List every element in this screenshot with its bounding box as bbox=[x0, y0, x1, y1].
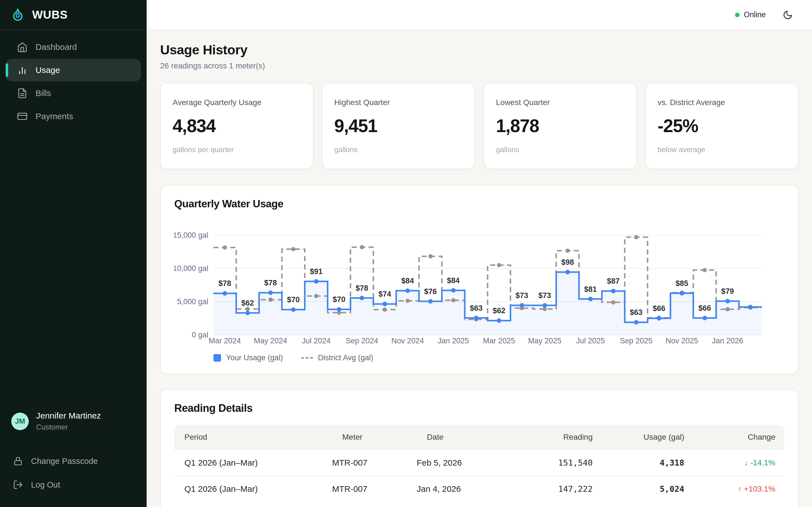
stat-card: Highest Quarter9,451gallons bbox=[322, 83, 475, 169]
table-row: Q1 2026 (Jan–Mar)MTR-007Feb 5, 2026151,5… bbox=[174, 449, 784, 475]
svg-text:May 2025: May 2025 bbox=[528, 337, 561, 345]
column-header-meter: Meter bbox=[332, 433, 417, 442]
cell-usage: 4,318 bbox=[593, 458, 684, 467]
gray-dash-icon bbox=[301, 357, 313, 358]
svg-text:$84: $84 bbox=[447, 276, 460, 285]
sidebar-item-label: Payments bbox=[36, 112, 73, 121]
svg-text:$66: $66 bbox=[698, 304, 711, 313]
stat-card: Lowest Quarter1,878gallons bbox=[484, 83, 637, 169]
dark-mode-toggle[interactable] bbox=[782, 9, 794, 20]
stat-unit: below average bbox=[658, 145, 786, 154]
lock-icon bbox=[13, 456, 23, 466]
svg-text:Nov 2025: Nov 2025 bbox=[666, 337, 698, 345]
topbar: Online bbox=[147, 0, 812, 30]
column-header-period: Period bbox=[174, 433, 332, 442]
action-label: Change Passcode bbox=[31, 457, 98, 466]
svg-text:Jan 2025: Jan 2025 bbox=[438, 337, 469, 345]
droplet-logo-icon bbox=[11, 7, 25, 22]
legend-your-usage: Your Usage (gal) bbox=[213, 353, 283, 362]
svg-text:$79: $79 bbox=[721, 287, 734, 295]
svg-text:$66: $66 bbox=[653, 304, 665, 313]
svg-text:$76: $76 bbox=[424, 287, 437, 296]
stat-unit: gallons bbox=[496, 145, 624, 154]
status-label: Online bbox=[744, 10, 766, 19]
file-text-icon bbox=[17, 88, 28, 99]
svg-text:$62: $62 bbox=[241, 299, 254, 307]
avatar: JM bbox=[11, 413, 29, 430]
svg-text:Jan 2026: Jan 2026 bbox=[712, 337, 743, 345]
svg-text:$91: $91 bbox=[310, 267, 322, 276]
sidebar-bottom: JM Jennifer Martinez Customer Change Pas… bbox=[0, 400, 147, 507]
cell-date: Feb 5, 2026 bbox=[417, 458, 521, 467]
sidebar-item-dashboard[interactable]: Dashboard bbox=[6, 36, 141, 58]
svg-text:Mar 2024: Mar 2024 bbox=[209, 337, 241, 345]
sidebar: WUBS DashboardUsageBillsPayments JM Jenn… bbox=[0, 0, 147, 507]
page-title: Usage History bbox=[160, 42, 799, 57]
home-icon bbox=[17, 42, 28, 52]
usage-chart-svg: 15,000 gal10,000 gal5,000 gal0 galMar 20… bbox=[174, 216, 784, 348]
svg-text:5,000 gal: 5,000 gal bbox=[177, 297, 208, 306]
cell-meter: MTR-007 bbox=[332, 458, 417, 467]
log-out-icon bbox=[13, 480, 23, 490]
svg-text:$85: $85 bbox=[675, 279, 688, 288]
cell-period: Q1 2026 (Jan–Mar) bbox=[174, 458, 332, 467]
column-header-usage-gal-: Usage (gal) bbox=[593, 433, 684, 442]
svg-text:$78: $78 bbox=[356, 284, 368, 292]
column-header-reading: Reading bbox=[521, 433, 593, 442]
table-header-row: PeriodMeterDateReadingUsage (gal)Change bbox=[174, 425, 784, 449]
svg-text:$63: $63 bbox=[470, 304, 483, 313]
readings-table: PeriodMeterDateReadingUsage (gal)Change … bbox=[174, 425, 784, 502]
stat-unit: gallons bbox=[335, 145, 463, 154]
stats-row: Average Quarterly Usage4,834gallons per … bbox=[160, 83, 799, 169]
bar-chart-icon bbox=[17, 65, 28, 75]
stat-value: 9,451 bbox=[335, 115, 463, 136]
blue-square-icon bbox=[213, 354, 221, 362]
chart-title: Quarterly Water Usage bbox=[174, 198, 784, 210]
reading-details-title: Reading Details bbox=[174, 402, 784, 414]
svg-text:15,000 gal: 15,000 gal bbox=[174, 231, 208, 239]
stat-value: 1,878 bbox=[496, 115, 624, 136]
sidebar-actions: Change PasscodeLog Out bbox=[11, 451, 135, 495]
log-out-button[interactable]: Log Out bbox=[11, 475, 135, 495]
legend-district-avg-label: District Avg (gal) bbox=[318, 353, 373, 362]
droplet-icon bbox=[11, 7, 25, 21]
svg-text:$84: $84 bbox=[401, 277, 414, 285]
stat-label: vs. District Average bbox=[658, 98, 786, 107]
stat-card: Average Quarterly Usage4,834gallons per … bbox=[160, 83, 313, 169]
reading-details-card: Reading Details PeriodMeterDateReadingUs… bbox=[160, 389, 799, 507]
stat-unit: gallons per quarter bbox=[172, 145, 301, 154]
svg-text:$98: $98 bbox=[561, 258, 574, 267]
svg-text:Mar 2025: Mar 2025 bbox=[483, 337, 515, 345]
cell-usage: 5,024 bbox=[593, 484, 684, 494]
sidebar-item-label: Bills bbox=[36, 89, 51, 98]
sidebar-item-label: Dashboard bbox=[36, 42, 77, 52]
cell-date: Jan 4, 2026 bbox=[417, 484, 521, 494]
brand-name: WUBS bbox=[32, 8, 68, 21]
svg-text:Nov 2024: Nov 2024 bbox=[391, 337, 424, 345]
svg-text:Sep 2025: Sep 2025 bbox=[620, 337, 652, 345]
svg-text:Jul 2025: Jul 2025 bbox=[576, 337, 605, 345]
content: Usage History 26 readings across 1 meter… bbox=[147, 30, 812, 507]
user-name: Jennifer Martinez bbox=[36, 411, 101, 420]
table-row: Q1 2026 (Jan–Mar)MTR-007Jan 4, 2026147,2… bbox=[174, 475, 784, 502]
main-area: Online Usage History 26 readings across … bbox=[147, 0, 812, 507]
sidebar-item-bills[interactable]: Bills bbox=[6, 82, 141, 105]
action-label: Log Out bbox=[31, 480, 60, 490]
svg-text:Sep 2024: Sep 2024 bbox=[346, 337, 378, 345]
svg-text:$73: $73 bbox=[539, 291, 551, 300]
sidebar-item-usage[interactable]: Usage bbox=[6, 59, 141, 81]
chart-card: Quarterly Water Usage 15,000 gal10,000 g… bbox=[160, 185, 799, 374]
svg-text:$73: $73 bbox=[516, 291, 528, 300]
svg-text:$63: $63 bbox=[630, 308, 643, 317]
change-passcode-button[interactable]: Change Passcode bbox=[11, 451, 135, 471]
connection-status: Online bbox=[735, 10, 766, 19]
svg-text:$87: $87 bbox=[607, 277, 620, 285]
sidebar-item-payments[interactable]: Payments bbox=[6, 105, 141, 128]
brand: WUBS bbox=[0, 0, 147, 30]
svg-text:$74: $74 bbox=[378, 290, 391, 298]
legend-your-usage-label: Your Usage (gal) bbox=[226, 353, 283, 362]
cell-meter: MTR-007 bbox=[332, 484, 417, 494]
credit-card-icon bbox=[17, 111, 28, 122]
svg-text:$70: $70 bbox=[287, 295, 300, 304]
stat-value: 4,834 bbox=[172, 115, 301, 136]
